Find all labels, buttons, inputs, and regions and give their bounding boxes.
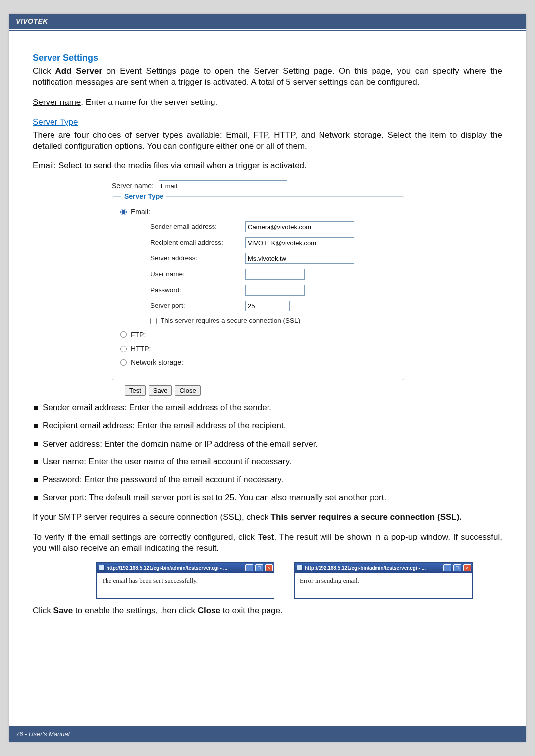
server-settings-form: Server name: Server Type Email: Sender e… [112,180,404,396]
test-button[interactable]: Test [125,385,146,396]
popup-title-text: http://192.168.5.121/cgi-bin/admin/tests… [305,565,441,571]
maximize-icon[interactable]: □ [255,564,263,571]
sender-input[interactable] [245,221,354,232]
section-title: Server Settings [33,52,502,64]
test-paragraph: To verify if the email settings are corr… [33,532,502,554]
close-button[interactable]: Close [175,385,200,396]
close-icon[interactable]: × [463,564,471,571]
maximize-icon[interactable]: □ [453,564,461,571]
save-paragraph: Click Save to enable the settings, then … [33,605,502,616]
radio-http[interactable] [120,346,127,352]
server-address-input[interactable] [245,253,354,264]
email-intro-line: Email: Select to send the media files vi… [33,160,502,171]
bullet-list: Sender email address: Enter the email ad… [33,403,502,503]
intro-paragraph: Click Add Server on Event Settings page … [33,66,502,88]
list-item: Server port: The default mail server por… [33,492,502,503]
server-name-line: Server name: Enter a name for the server… [33,97,502,108]
server-port-label: Server port: [150,302,239,310]
sender-label: Sender email address: [150,222,239,231]
ie-icon [297,565,303,571]
save-button[interactable]: Save [149,385,172,396]
username-label: User name: [150,270,239,279]
brand-text: VIVOTEK [16,17,48,25]
ie-icon [99,565,105,571]
radio-email-label: Email: [131,207,150,216]
minimize-icon[interactable]: _ [245,564,253,571]
list-item: User name: Enter the user name of the em… [33,456,502,467]
header-bar: VIVOTEK [9,14,526,29]
ssl-paragraph: If your SMTP server requires a secure co… [33,512,502,523]
radio-email[interactable] [120,209,127,215]
server-port-input[interactable] [245,301,290,311]
add-server-bold: Add Server [55,66,102,76]
footer-bar: 76 - User's Manual [9,726,526,742]
list-item: Server address: Enter the domain name or… [33,439,502,450]
popup-title-text: http://192.168.5.121/cgi-bin/admin/tests… [107,565,243,571]
popup-success-text: The email has been sent successfully. [97,573,274,598]
username-input[interactable] [245,269,305,280]
popup-error-text: Error in sending email. [295,573,472,598]
close-icon[interactable]: × [265,564,273,571]
server-address-label: Server address: [150,254,239,263]
server-type-desc: There are four choices of server types a… [33,130,502,151]
footer-text: 76 - User's Manual [16,730,70,738]
recipient-input[interactable] [245,237,354,248]
server-type-heading: Server Type [33,117,78,128]
password-label: Password: [150,286,239,295]
radio-ftp[interactable] [120,331,127,338]
password-input[interactable] [245,285,305,296]
minimize-icon[interactable]: _ [443,564,451,571]
radio-network-storage[interactable] [120,359,127,366]
ssl-label: This server requires a secure connection… [160,316,300,325]
radio-http-label: HTTP: [131,344,151,353]
server-name-label: Server name: [112,181,154,190]
ssl-checkbox[interactable] [150,318,157,324]
server-name-input[interactable] [159,180,287,191]
radio-network-storage-label: Network storage: [131,358,183,367]
list-item: Recipient email address: Enter the email… [33,420,502,431]
fieldset-legend: Server Type [121,192,166,201]
list-item: Sender email address: Enter the email ad… [33,403,502,413]
list-item: Password: Enter the password of the emai… [33,474,502,485]
radio-ftp-label: FTP: [131,330,146,339]
recipient-label: Recipient email address: [150,238,239,247]
popup-success: http://192.168.5.121/cgi-bin/admin/tests… [96,562,274,599]
popup-error: http://192.168.5.121/cgi-bin/admin/tests… [294,562,473,599]
